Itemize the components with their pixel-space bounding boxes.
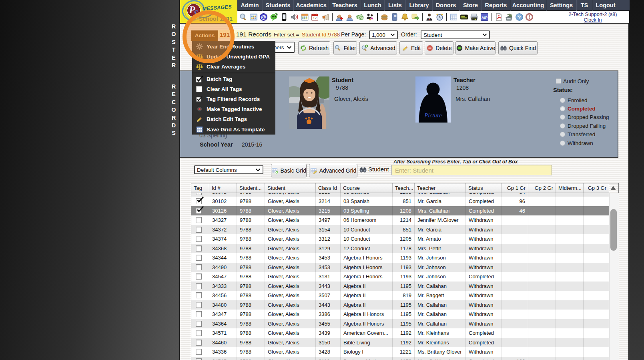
grid-row-34364[interactable]: 343649788Glover, Alexis3455Algebra II Ho…	[191, 319, 609, 329]
row-checkbox[interactable]	[196, 208, 202, 214]
status-radio-dropped-failing[interactable]	[560, 123, 565, 129]
email-icon[interactable]	[259, 13, 268, 21]
family-icon[interactable]	[366, 13, 374, 21]
row-checkbox[interactable]	[196, 193, 202, 195]
columns-select[interactable]: Default Columns	[194, 165, 263, 174]
actions-menu-button[interactable]: Actions	[191, 30, 218, 41]
row-checkbox[interactable]	[196, 217, 202, 223]
col-header-gp-2-gr[interactable]: Gp 2 Gr	[528, 183, 556, 193]
nav-item-lists[interactable]: Lists	[385, 0, 406, 11]
clock-icon[interactable]	[435, 13, 444, 21]
row-checkbox[interactable]	[196, 358, 202, 360]
make-active-button[interactable]: Make Active	[455, 41, 496, 54]
status-option-dropped-failing[interactable]: Dropped Failing	[560, 122, 606, 130]
grid-row-34372[interactable]: 343729788Glover, Alexis315410 Conduct851…	[191, 225, 609, 235]
menu-item-clear-averages[interactable]: Clear Averages	[192, 62, 275, 72]
nav-item-settings[interactable]: Settings	[546, 0, 577, 11]
row-checkbox[interactable]	[196, 302, 202, 308]
parent-icon[interactable]	[345, 13, 354, 21]
grid-row-34515[interactable]: 345159788Glover, Alexis3110Business Math…	[191, 357, 609, 360]
row-checkbox[interactable]	[196, 227, 202, 233]
nurse-icon[interactable]	[335, 13, 343, 21]
nav-item-store[interactable]: Store	[459, 0, 482, 11]
grid-row-34490[interactable]: 344909788Glover, Alexis3453Algebra I Hon…	[191, 263, 609, 272]
bell-icon[interactable]	[401, 13, 409, 21]
status-option-enrolled[interactable]: Enrolled	[560, 96, 588, 105]
register-icon[interactable]	[505, 13, 513, 21]
pdf-icon[interactable]	[495, 13, 503, 21]
status-option-withdrawn[interactable]: Withdrawn	[560, 139, 593, 147]
calendar-icon[interactable]	[301, 13, 309, 21]
status-option-dropped-passing[interactable]: Dropped Passing	[560, 113, 609, 121]
row-checkbox[interactable]	[196, 330, 202, 336]
grid-scrollbar[interactable]	[609, 193, 619, 360]
megaphone-icon[interactable]	[321, 13, 329, 21]
row-checkbox[interactable]	[196, 349, 202, 355]
nav-item-lunch[interactable]: Lunch	[361, 0, 385, 11]
student-search-input[interactable]	[391, 165, 552, 175]
money-icon[interactable]	[356, 13, 364, 21]
basic-grid-button[interactable]: Basic Grid	[271, 164, 307, 177]
delete-button[interactable]: Delete	[425, 41, 453, 54]
advanced-button[interactable]: Advanced	[359, 41, 397, 54]
refresh-button[interactable]: Refresh	[298, 41, 330, 54]
nav-item-academics[interactable]: Academics	[294, 0, 329, 11]
status-radio-completed[interactable]	[560, 106, 565, 111]
nav-item-admin[interactable]: Admin	[237, 0, 263, 11]
launchpad-icon[interactable]	[249, 13, 258, 21]
grid-row-34480[interactable]: 344809788Glover, Alexis3443Algebra II119…	[191, 300, 609, 310]
alert-icon[interactable]	[525, 13, 534, 21]
col-header-class-id[interactable]: Class Id	[316, 183, 341, 193]
menu-item-clear-all-tags[interactable]: Clear All Tags	[192, 84, 275, 94]
chat-icon[interactable]	[270, 13, 278, 21]
nav-item-teachers[interactable]: Teachers	[329, 0, 361, 11]
lunch-icon[interactable]	[380, 13, 389, 21]
nav-item-accounting[interactable]: Accounting	[510, 0, 546, 11]
scrollbar-thumb[interactable]	[610, 209, 617, 251]
scrollbar-up-icon[interactable]	[610, 186, 616, 190]
col-header-tag[interactable]: Tag	[191, 183, 209, 193]
grid-row-34333[interactable]: 343339788Glover, Alexis3443Algebra II119…	[191, 282, 609, 291]
send-note-icon[interactable]	[411, 13, 419, 21]
grid-row-34344[interactable]: 343449788Glover, Alexis3453Algebra I Hon…	[191, 253, 609, 263]
col-header-gp-1-gr[interactable]: Gp 1 Gr	[502, 183, 528, 193]
row-checkbox[interactable]	[196, 321, 202, 327]
grid-row-30078[interactable]: 300789788Glover, Alexis321303 Science120…	[191, 193, 609, 197]
menu-item-make-tagged-inactive[interactable]: Make Tagged Inactive	[192, 104, 275, 114]
order-select[interactable]: Student	[421, 30, 490, 39]
clock-in-link[interactable]: Clock In	[584, 17, 602, 23]
menu-item-tag-filtered-records[interactable]: Tag Filtered Records	[192, 94, 275, 104]
grid-row-30102[interactable]: 301029788Glover, Alexis321403 Spanish851…	[191, 197, 609, 206]
grid-icon[interactable]	[449, 13, 458, 21]
nav-item-donors[interactable]: Donors	[433, 0, 459, 11]
calendar-day-icon[interactable]	[311, 13, 319, 21]
grid-row-34456[interactable]: 344569788Glover, Alexis3507Algebra II819…	[191, 291, 609, 300]
status-option-transferred[interactable]: Transferred	[560, 130, 595, 139]
menu-item-year-end-routines[interactable]: Year End Routines	[192, 42, 275, 52]
grid-row-34374[interactable]: 343749788Glover, Alexis331210 Conduct120…	[191, 234, 609, 244]
keycard-icon[interactable]	[460, 13, 468, 21]
per-page-select[interactable]: 1,000	[369, 30, 398, 39]
col-header-teacher[interactable]: Teacher	[415, 183, 466, 193]
filter-button[interactable]: Filter	[333, 41, 357, 54]
row-checkbox[interactable]	[196, 264, 202, 270]
row-checkbox[interactable]	[196, 292, 202, 298]
col-header-student[interactable]: Student	[265, 183, 316, 193]
status-radio-transferred[interactable]	[560, 132, 565, 137]
edit-button[interactable]: Edit	[399, 41, 423, 54]
status-radio-enrolled[interactable]	[560, 98, 565, 103]
grid-row-34336[interactable]: 343369788Glover, Alexis3428Biology I1221…	[191, 347, 609, 357]
grid-row-34327[interactable]: 343279788Glover, Alexis349706 Homeroom12…	[191, 215, 609, 225]
advanced-grid-button[interactable]: Advanced Grid	[309, 164, 357, 177]
quick-find-button[interactable]: Quick Find	[498, 41, 538, 54]
search-icon[interactable]	[239, 13, 247, 21]
col-header-teach[interactable]: Teach...	[393, 183, 415, 193]
col-header-status[interactable]: Status	[466, 183, 502, 193]
row-checkbox[interactable]	[196, 340, 202, 346]
status-radio-dropped-passing[interactable]	[560, 115, 565, 120]
grid-row-30126[interactable]: 301269788Glover, Alexis321503 Spelling12…	[191, 206, 609, 216]
nav-item-logout[interactable]: Logout	[592, 0, 619, 11]
status-option-completed[interactable]: Completed	[560, 105, 596, 113]
col-header-midterm[interactable]: Midterm...	[556, 183, 584, 193]
print-label-icon[interactable]	[470, 13, 478, 21]
